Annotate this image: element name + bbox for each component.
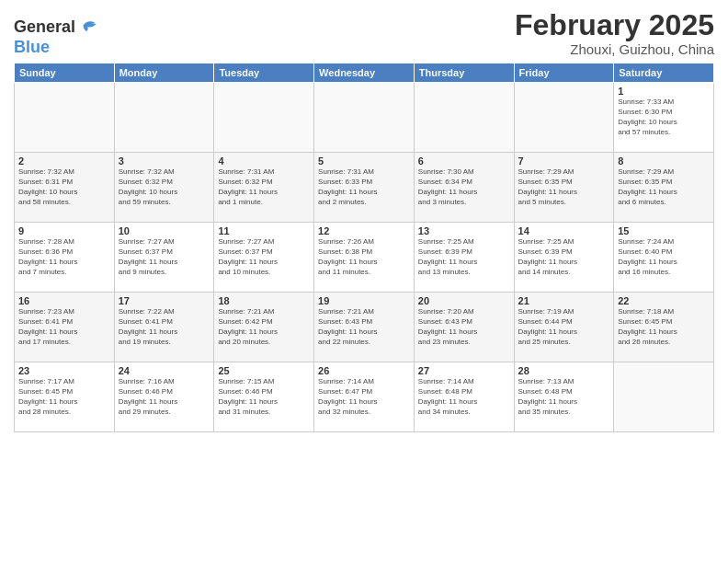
day-number: 20 [418,295,510,306]
col-monday: Monday [114,63,214,83]
day-number: 26 [318,365,410,376]
table-row: 20Sunrise: 7:20 AM Sunset: 6:43 PM Dayli… [414,293,514,362]
day-number: 10 [119,225,210,236]
table-row [15,83,115,153]
table-row: 3Sunrise: 7:32 AM Sunset: 6:32 PM Daylig… [114,153,214,223]
day-number: 4 [218,155,310,167]
day-info: Sunrise: 7:29 AM Sunset: 6:35 PM Dayligh… [618,167,710,207]
calendar-week-row: 23Sunrise: 7:17 AM Sunset: 6:45 PM Dayli… [15,362,714,432]
col-thursday: Thursday [414,63,514,83]
day-info: Sunrise: 7:31 AM Sunset: 6:33 PM Dayligh… [318,167,410,207]
page: General Blue February 2025 Zhouxi, Guizh… [0,0,728,563]
day-number: 5 [318,155,410,167]
table-row [314,83,415,153]
day-info: Sunrise: 7:24 AM Sunset: 6:40 PM Dayligh… [618,237,710,277]
table-row: 19Sunrise: 7:21 AM Sunset: 6:43 PM Dayli… [314,293,415,362]
logo-blue: Blue [14,38,50,56]
day-number: 9 [18,225,110,236]
table-row: 2Sunrise: 7:32 AM Sunset: 6:31 PM Daylig… [15,153,115,223]
col-friday: Friday [514,63,614,83]
table-row: 9Sunrise: 7:28 AM Sunset: 6:36 PM Daylig… [15,223,115,293]
day-info: Sunrise: 7:25 AM Sunset: 6:39 PM Dayligh… [518,237,610,277]
table-row: 27Sunrise: 7:14 AM Sunset: 6:48 PM Dayli… [414,362,514,432]
logo-bird-icon [77,17,99,39]
day-number: 15 [618,225,710,236]
col-sunday: Sunday [15,63,115,83]
calendar-week-row: 9Sunrise: 7:28 AM Sunset: 6:36 PM Daylig… [15,223,714,293]
day-number: 6 [418,155,510,167]
day-info: Sunrise: 7:25 AM Sunset: 6:39 PM Dayligh… [418,237,510,277]
table-row: 4Sunrise: 7:31 AM Sunset: 6:32 PM Daylig… [214,153,314,223]
day-info: Sunrise: 7:32 AM Sunset: 6:32 PM Dayligh… [119,167,210,207]
day-info: Sunrise: 7:26 AM Sunset: 6:38 PM Dayligh… [318,237,410,277]
day-number: 7 [518,155,610,167]
day-info: Sunrise: 7:29 AM Sunset: 6:35 PM Dayligh… [518,167,610,207]
month-title: February 2025 [515,9,714,41]
day-number: 23 [18,365,110,376]
day-info: Sunrise: 7:14 AM Sunset: 6:47 PM Dayligh… [318,377,410,417]
table-row [214,83,314,153]
day-info: Sunrise: 7:21 AM Sunset: 6:42 PM Dayligh… [218,307,310,347]
table-row: 17Sunrise: 7:22 AM Sunset: 6:41 PM Dayli… [114,293,214,362]
day-number: 8 [618,155,710,167]
table-row [114,83,214,153]
table-row: 1Sunrise: 7:33 AM Sunset: 6:30 PM Daylig… [614,83,714,153]
day-number: 21 [518,295,610,306]
day-number: 16 [18,295,110,306]
day-number: 19 [318,295,410,306]
day-info: Sunrise: 7:15 AM Sunset: 6:46 PM Dayligh… [218,377,310,417]
day-number: 14 [518,225,610,236]
day-number: 12 [318,225,410,236]
day-info: Sunrise: 7:23 AM Sunset: 6:41 PM Dayligh… [18,307,110,347]
table-row: 22Sunrise: 7:18 AM Sunset: 6:45 PM Dayli… [614,293,714,362]
table-row: 6Sunrise: 7:30 AM Sunset: 6:34 PM Daylig… [414,153,514,223]
logo-general: General [14,19,99,35]
day-info: Sunrise: 7:27 AM Sunset: 6:37 PM Dayligh… [119,237,210,277]
col-tuesday: Tuesday [214,63,314,83]
calendar-table: Sunday Monday Tuesday Wednesday Thursday… [14,63,714,432]
table-row: 11Sunrise: 7:27 AM Sunset: 6:37 PM Dayli… [214,223,314,293]
day-info: Sunrise: 7:18 AM Sunset: 6:45 PM Dayligh… [618,307,710,347]
day-info: Sunrise: 7:22 AM Sunset: 6:41 PM Dayligh… [119,307,210,347]
table-row: 21Sunrise: 7:19 AM Sunset: 6:44 PM Dayli… [514,293,614,362]
table-row: 14Sunrise: 7:25 AM Sunset: 6:39 PM Dayli… [514,223,614,293]
day-info: Sunrise: 7:30 AM Sunset: 6:34 PM Dayligh… [418,167,510,207]
day-number: 13 [418,225,510,236]
table-row: 28Sunrise: 7:13 AM Sunset: 6:48 PM Dayli… [514,362,614,432]
table-row: 25Sunrise: 7:15 AM Sunset: 6:46 PM Dayli… [214,362,314,432]
title-block: February 2025 Zhouxi, Guizhou, China [515,9,714,57]
logo: General Blue [14,17,99,57]
table-row [514,83,614,153]
table-row: 13Sunrise: 7:25 AM Sunset: 6:39 PM Dayli… [414,223,514,293]
day-info: Sunrise: 7:13 AM Sunset: 6:48 PM Dayligh… [518,377,610,417]
day-number: 3 [119,155,210,167]
header: General Blue February 2025 Zhouxi, Guizh… [14,9,714,57]
day-info: Sunrise: 7:32 AM Sunset: 6:31 PM Dayligh… [18,167,110,207]
table-row: 24Sunrise: 7:16 AM Sunset: 6:46 PM Dayli… [114,362,214,432]
calendar-week-row: 2Sunrise: 7:32 AM Sunset: 6:31 PM Daylig… [15,153,714,223]
day-number: 28 [518,365,610,376]
day-number: 24 [119,365,210,376]
table-row [614,362,714,432]
day-info: Sunrise: 7:33 AM Sunset: 6:30 PM Dayligh… [618,98,710,137]
day-number: 11 [218,225,310,236]
day-info: Sunrise: 7:19 AM Sunset: 6:44 PM Dayligh… [518,307,610,347]
col-saturday: Saturday [614,63,714,83]
table-row: 26Sunrise: 7:14 AM Sunset: 6:47 PM Dayli… [314,362,415,432]
day-info: Sunrise: 7:31 AM Sunset: 6:32 PM Dayligh… [218,167,310,207]
table-row: 12Sunrise: 7:26 AM Sunset: 6:38 PM Dayli… [314,223,415,293]
day-info: Sunrise: 7:27 AM Sunset: 6:37 PM Dayligh… [218,237,310,277]
calendar-header-row: Sunday Monday Tuesday Wednesday Thursday… [15,63,714,83]
day-number: 22 [618,295,710,306]
location: Zhouxi, Guizhou, China [515,41,714,57]
table-row: 5Sunrise: 7:31 AM Sunset: 6:33 PM Daylig… [314,153,415,223]
day-number: 18 [218,295,310,306]
calendar-week-row: 16Sunrise: 7:23 AM Sunset: 6:41 PM Dayli… [15,293,714,362]
day-info: Sunrise: 7:16 AM Sunset: 6:46 PM Dayligh… [119,377,210,417]
day-number: 25 [218,365,310,376]
day-info: Sunrise: 7:14 AM Sunset: 6:48 PM Dayligh… [418,377,510,417]
table-row: 15Sunrise: 7:24 AM Sunset: 6:40 PM Dayli… [614,223,714,293]
col-wednesday: Wednesday [314,63,415,83]
table-row: 18Sunrise: 7:21 AM Sunset: 6:42 PM Dayli… [214,293,314,362]
day-info: Sunrise: 7:28 AM Sunset: 6:36 PM Dayligh… [18,237,110,277]
